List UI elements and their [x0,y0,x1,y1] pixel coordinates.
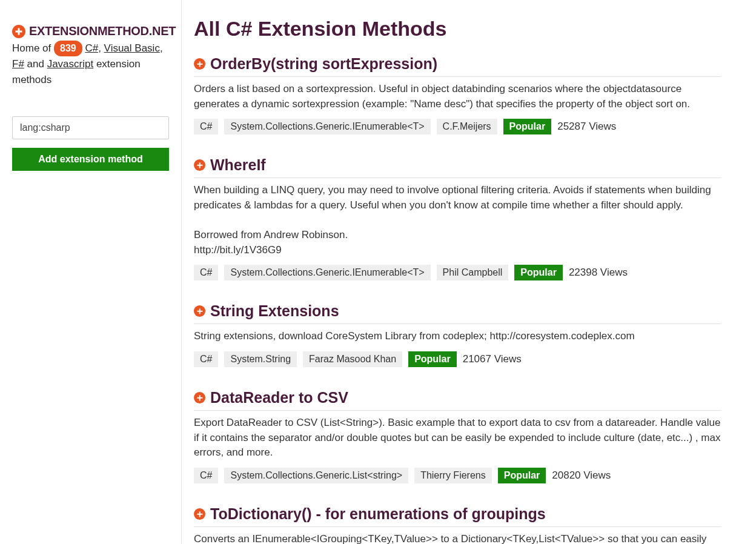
author-tag[interactable]: Faraz Masood Khan [303,351,402,367]
type-tag[interactable]: System.String [224,351,297,367]
site-logo-row: EXTENSIONMETHOD.NET [12,24,169,38]
popular-badge: Popular [503,119,552,134]
entry: WhereIfWhen building a LINQ query, you m… [194,156,721,280]
sidebar: EXTENSIONMETHOD.NET Home of 839 C#, Visu… [0,0,182,544]
intro-prefix: Home of [12,42,54,54]
entry-description: Export DataReader to CSV (List<String>).… [194,416,721,460]
entry-tag-row: C#System.Collections.Generic.List<string… [194,468,721,483]
entry: DataReader to CSVExport DataReader to CS… [194,389,721,483]
entry-description: Orders a list based on a sortexpression.… [194,82,721,111]
entry-tag-row: C#System.Collections.Generic.IEnumerable… [194,119,721,134]
popular-badge: Popular [408,351,457,367]
entry-title-link[interactable]: DataReader to CSV [210,389,348,406]
plus-icon [194,58,205,70]
type-tag[interactable]: System.Collections.Generic.List<string> [224,468,408,483]
author-tag[interactable]: Thierry Fierens [414,468,492,483]
popular-badge: Popular [498,468,546,483]
search-input[interactable] [12,116,169,139]
entry-tag-row: C#System.Collections.Generic.IEnumerable… [194,265,721,280]
entry-title-row: ToDictionary() - for enumerations of gro… [194,505,721,527]
page-title: All C# Extension Methods [194,17,721,41]
entry-title-link[interactable]: ToDictionary() - for enumerations of gro… [210,505,546,523]
lang-link-vb[interactable]: Visual Basic [104,42,160,54]
plus-icon [194,305,205,317]
type-tag[interactable]: System.Collections.Generic.IEnumerable<T… [224,119,430,134]
entry-description: Converts an IEnumerable<IGrouping<TKey,T… [194,532,721,544]
main-content: All C# Extension Methods OrderBy(string … [182,0,745,544]
popular-badge: Popular [514,265,563,280]
lang-tag[interactable]: C# [194,351,218,367]
entry: ToDictionary() - for enumerations of gro… [194,505,721,544]
lang-link-js[interactable]: Javascript [47,58,94,70]
entry: String ExtensionsString extensions, down… [194,302,721,367]
site-intro: Home of 839 C#, Visual Basic, F# and Jav… [12,41,169,87]
plus-icon [194,508,205,520]
author-tag[interactable]: C.F.Meijers [437,119,497,134]
entry-title-link[interactable]: OrderBy(string sortExpression) [210,55,437,73]
views-count: 22398 Views [569,267,628,279]
plus-icon [194,159,205,171]
entry-tag-row: C#System.StringFaraz Masood KhanPopular2… [194,351,721,367]
intro-mid: and [24,58,47,70]
lang-tag[interactable]: C# [194,119,218,134]
lang-link-csharp[interactable]: C# [85,42,98,54]
lang-tag[interactable]: C# [194,265,218,280]
entry-title-link[interactable]: WhereIf [210,156,266,174]
count-badge: 839 [54,41,82,56]
views-count: 20820 Views [552,469,611,482]
entry-title-link[interactable]: String Extensions [210,302,339,320]
add-extension-button[interactable]: Add extension method [12,148,169,171]
site-name: EXTENSIONMETHOD.NET [29,24,176,38]
entry-description: String extensions, download CoreSystem L… [194,329,721,344]
entry-title-row: WhereIf [194,156,721,178]
logo-icon [12,25,25,38]
plus-icon [194,392,205,403]
lang-tag[interactable]: C# [194,468,218,483]
entry-title-row: OrderBy(string sortExpression) [194,55,721,77]
author-tag[interactable]: Phil Campbell [437,265,509,280]
views-count: 21067 Views [463,353,522,365]
entry-title-row: DataReader to CSV [194,389,721,411]
type-tag[interactable]: System.Collections.Generic.IEnumerable<T… [224,265,430,280]
entry-description: When building a LINQ query, you may need… [194,183,721,257]
views-count: 25287 Views [557,121,616,133]
entry-title-row: String Extensions [194,302,721,324]
lang-link-fsharp[interactable]: F# [12,58,24,70]
entry: OrderBy(string sortExpression)Orders a l… [194,55,721,134]
